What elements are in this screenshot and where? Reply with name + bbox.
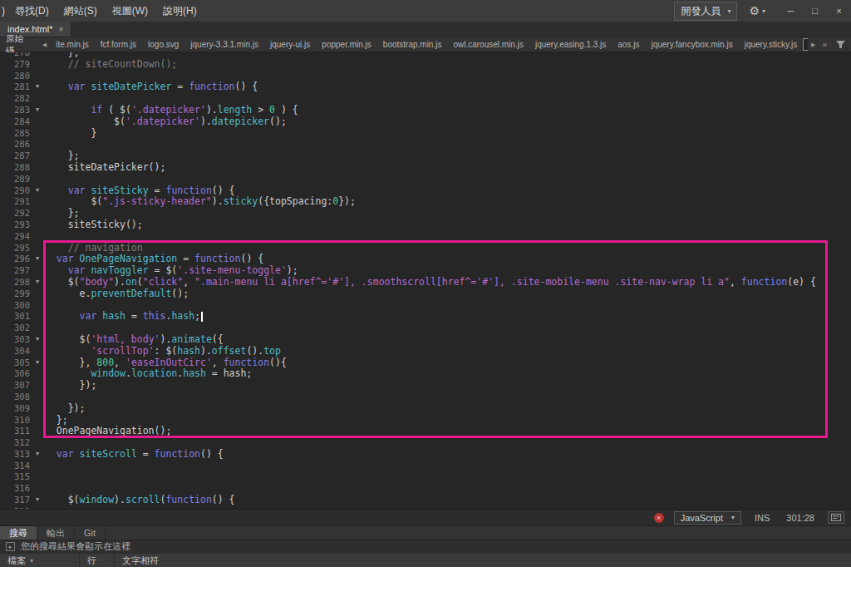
code-line[interactable]: 281▼ var siteDatePicker = function() {: [0, 81, 851, 93]
line-number[interactable]: 300: [0, 300, 30, 312]
file-tab[interactable]: owl.carousel.min.js: [447, 39, 529, 50]
code-line[interactable]: 280: [0, 71, 851, 82]
file-tab[interactable]: fcf.form.js: [95, 39, 142, 50]
fold-arrow-icon[interactable]: ▼: [30, 105, 45, 116]
line-number[interactable]: 304: [0, 346, 30, 357]
fold-arrow-icon[interactable]: ▼: [30, 495, 45, 506]
fold-arrow-icon[interactable]: ▼: [30, 357, 45, 369]
line-number[interactable]: 318: [0, 506, 30, 509]
code-editor[interactable]: 278 };279 // siteCountDown();280281▼ var…: [0, 52, 851, 509]
line-number[interactable]: 302: [0, 323, 30, 334]
code-line[interactable]: 282: [0, 93, 851, 105]
line-number[interactable]: 283: [0, 105, 30, 116]
code-line[interactable]: 318: [0, 506, 851, 509]
menu-item[interactable]: 視圖(W): [105, 0, 155, 22]
line-number[interactable]: 289: [0, 174, 30, 185]
line-number[interactable]: 296: [0, 254, 30, 265]
maximize-button[interactable]: □: [803, 0, 827, 22]
file-tab[interactable]: aos.js: [612, 39, 645, 50]
error-indicator-icon[interactable]: ×: [654, 513, 664, 523]
line-number[interactable]: 282: [0, 93, 30, 105]
panel-tab[interactable]: Git: [75, 526, 106, 540]
line-number[interactable]: 305: [0, 357, 30, 369]
menu-item[interactable]: 網站(S): [57, 0, 105, 22]
code-line[interactable]: 284 $('.datepicker').datepicker();: [0, 116, 851, 128]
code-line[interactable]: 296▼ var OnePageNavigation = function() …: [0, 254, 851, 265]
line-number[interactable]: 278: [0, 52, 30, 59]
line-number[interactable]: 310: [0, 415, 30, 426]
code-line[interactable]: 299 e.preventDefault();: [0, 288, 851, 300]
file-tab[interactable]: logo.svg: [142, 39, 184, 50]
line-number[interactable]: 284: [0, 116, 30, 128]
code-line[interactable]: 293 siteSticky();: [0, 219, 851, 231]
overflow-icon[interactable]: »: [819, 40, 830, 49]
fold-arrow-icon[interactable]: ▼: [30, 277, 45, 288]
line-number[interactable]: 279: [0, 59, 30, 71]
code-line[interactable]: 304 'scrollTop': $(hash).offset().top: [0, 346, 851, 357]
line-number[interactable]: 294: [0, 231, 30, 243]
results-column-header-cell[interactable]: 文字相符: [115, 554, 851, 567]
menu-item[interactable]: 尋找(D): [7, 0, 57, 22]
code-line[interactable]: 298▼ $("body").on("click", ".main-menu l…: [0, 277, 851, 288]
menu-item[interactable]: 說明(H): [155, 0, 204, 22]
code-line[interactable]: 290▼ var siteSticky = function() {: [0, 185, 851, 197]
line-number[interactable]: 280: [0, 71, 30, 82]
line-number[interactable]: 286: [0, 139, 30, 150]
panel-tab[interactable]: 搜尋: [0, 526, 37, 540]
line-number[interactable]: 308: [0, 392, 30, 403]
line-number[interactable]: 293: [0, 219, 30, 231]
code-line[interactable]: 311 OnePageNavigation();: [0, 426, 851, 437]
line-number[interactable]: 317: [0, 495, 30, 506]
line-number[interactable]: 281: [0, 81, 30, 93]
close-icon[interactable]: ×: [58, 25, 63, 34]
fold-arrow-icon[interactable]: ▼: [30, 449, 45, 461]
file-tab[interactable]: bootstrap.min.js: [377, 39, 448, 50]
code-line[interactable]: 309 });: [0, 403, 851, 415]
file-tab[interactable]: jquery.easing.1.3.js: [529, 39, 612, 50]
line-number[interactable]: 311: [0, 426, 30, 437]
code-line[interactable]: 313▼ var siteScroll = function() {: [0, 449, 851, 461]
code-line[interactable]: 308: [0, 392, 851, 403]
code-line[interactable]: 310 };: [0, 415, 851, 426]
code-line[interactable]: 279 // siteCountDown();: [0, 59, 851, 71]
panel-tab[interactable]: 輸出: [37, 526, 75, 540]
code-line[interactable]: 317▼ $(window).scroll(function() {: [0, 495, 851, 506]
language-select[interactable]: JavaScript ▾: [674, 511, 741, 525]
line-number[interactable]: 297: [0, 265, 30, 277]
line-number[interactable]: 312: [0, 437, 30, 449]
code-line[interactable]: 307 });: [0, 380, 851, 392]
code-line[interactable]: 301 var hash = this.hash;: [0, 311, 851, 323]
scroll-left-icon[interactable]: ◀: [39, 42, 50, 48]
code-line[interactable]: 300: [0, 300, 851, 312]
line-number[interactable]: 290: [0, 185, 30, 197]
line-number[interactable]: 298: [0, 277, 30, 288]
code-line[interactable]: 287 };: [0, 150, 851, 162]
line-number[interactable]: 314: [0, 461, 30, 472]
code-line[interactable]: 302: [0, 323, 851, 334]
code-line[interactable]: 305▼ }, 800, 'easeInOutCirc', function()…: [0, 357, 851, 369]
scroll-right-icon[interactable]: ▶: [808, 42, 819, 48]
line-number[interactable]: 316: [0, 483, 30, 495]
line-number[interactable]: 307: [0, 380, 30, 392]
file-tab[interactable]: jquery.fancybox.min.js: [645, 39, 738, 50]
line-number[interactable]: 295: [0, 243, 30, 254]
code-line[interactable]: 288 siteDatePicker();: [0, 162, 851, 174]
code-line[interactable]: 292 };: [0, 208, 851, 219]
line-number[interactable]: 288: [0, 162, 30, 174]
code-line[interactable]: 303▼ $('html, body').animate({: [0, 334, 851, 346]
line-number[interactable]: 299: [0, 288, 30, 300]
file-tab[interactable]: jquery-ui.js: [264, 39, 316, 50]
code-line[interactable]: 315: [0, 471, 851, 483]
code-line[interactable]: 286: [0, 139, 851, 150]
code-line[interactable]: 316: [0, 483, 851, 495]
search-results-area[interactable]: [0, 567, 851, 616]
code-line[interactable]: 314: [0, 461, 851, 472]
line-number[interactable]: 287: [0, 150, 30, 162]
settings-button[interactable]: ⚙ ▾: [749, 4, 765, 17]
line-number[interactable]: 306: [0, 368, 30, 380]
line-number[interactable]: 292: [0, 208, 30, 219]
line-number[interactable]: 309: [0, 403, 30, 415]
fold-arrow-icon[interactable]: ▼: [30, 81, 45, 93]
code-line[interactable]: 295 // navigation: [0, 243, 851, 254]
code-line[interactable]: 289: [0, 174, 851, 185]
